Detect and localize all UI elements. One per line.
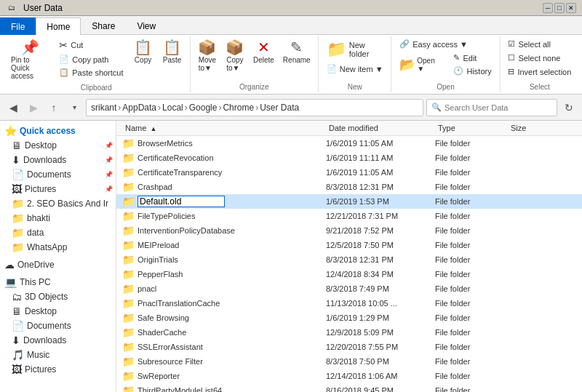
table-row[interactable]: 📁ShaderCache 12/9/2018 5:09 PM File fold… (116, 325, 582, 340)
table-row[interactable]: 📁Safe Browsing 1/6/2019 1:29 PM File fol… (116, 311, 582, 325)
move-to-button[interactable]: 📦 Moveto▼ (194, 38, 220, 74)
path-google[interactable]: Google (189, 103, 218, 113)
star-icon: ⭐ (4, 125, 17, 137)
refresh-button[interactable]: ↻ (560, 99, 578, 116)
close-button[interactable]: ✕ (566, 3, 576, 13)
table-row[interactable]: 📁OriginTrials 8/3/2018 12:31 PM File fol… (116, 252, 582, 267)
sidebar-bhakti[interactable]: 📁 bhakti (0, 211, 116, 225)
paste-button[interactable]: 📋 Paste (159, 38, 186, 66)
sidebar-seo[interactable]: 📁 2. SEO Basics And Ir (0, 196, 116, 211)
col-header-size[interactable]: Size (508, 122, 566, 134)
sidebar-downloads-1[interactable]: ⬇ Downloads 📌 (0, 153, 116, 167)
ribbon: 📌 Pin to Quickaccess ✂Cut 📄Copy path 📋Pa… (0, 35, 582, 95)
rename-button[interactable]: ✎ Rename (279, 38, 314, 66)
file-name: Crashpad (137, 183, 172, 191)
new-item-button[interactable]: 📄New item ▼ (323, 63, 387, 75)
col-header-type[interactable]: Type (435, 122, 508, 134)
select-none-button[interactable]: ☐Select none (504, 52, 564, 64)
this-pc-header[interactable]: 💻 This PC (0, 275, 116, 289)
sidebar-whatsapp[interactable]: 📁 WhatsApp (0, 240, 116, 255)
tab-home[interactable]: Home (36, 17, 81, 35)
rename-input[interactable] (137, 196, 225, 207)
table-row[interactable]: 📁MEIPreload 12/5/2018 7:50 PM File folde… (116, 238, 582, 252)
file-cell-type: File folder (435, 241, 508, 249)
sidebar-documents-2[interactable]: 📄 Documents (0, 319, 116, 333)
file-cell-name: 📁OriginTrials (122, 254, 326, 265)
sidebar-downloads-2[interactable]: ⬇ Downloads (0, 333, 116, 348)
sidebar-documents-1[interactable]: 📄 Documents 📌 (0, 167, 116, 182)
select-group: ☑Select all ☐Select none ⊟Invert selecti… (501, 36, 579, 92)
file-cell-date: 12/14/2018 1:06 AM (326, 372, 435, 380)
file-cell-type: File folder (435, 357, 508, 366)
file-cell-date: 8/16/2018 9:45 PM (326, 386, 435, 392)
sidebar-desktop-1[interactable]: 🖥 Desktop 📌 (0, 138, 116, 153)
sidebar-music[interactable]: 🎵 Music (0, 348, 116, 362)
search-input[interactable] (445, 103, 552, 112)
sidebar-pictures-2[interactable]: 🖼 Pictures (0, 362, 116, 377)
path-local[interactable]: Local (162, 103, 183, 113)
folder-icon: 📁 (122, 210, 135, 222)
path-appdata[interactable]: AppData (122, 103, 156, 113)
cut-button[interactable]: ✂Cut (55, 38, 127, 52)
table-row[interactable]: 📁BrowserMetrics 1/6/2019 11:05 AM File f… (116, 136, 582, 151)
table-row[interactable]: 📁pnacl 8/3/2018 7:49 PM File folder (116, 281, 582, 296)
file-cell-name: 📁pnacl (122, 283, 326, 295)
file-cell-type: File folder (435, 226, 508, 235)
sidebar-3dobjects[interactable]: 🗂 3D Objects (0, 289, 116, 304)
col-header-name[interactable]: Name ▲ (122, 122, 326, 134)
path-userdata[interactable]: User Data (260, 103, 299, 113)
col-header-date[interactable]: Date modified (326, 122, 435, 134)
path-chrome[interactable]: Chrome (223, 103, 254, 113)
tab-view[interactable]: View (126, 17, 167, 34)
forward-button[interactable]: ▶ (25, 99, 42, 116)
open-button[interactable]: 📂 Open ▼ (396, 55, 447, 75)
maximize-button[interactable]: □ (554, 3, 565, 13)
tab-file[interactable]: File (0, 17, 36, 35)
new-folder-button[interactable]: 📁 Newfolder (323, 38, 381, 61)
table-row[interactable]: 📁PnaclTranslationCache 11/13/2018 10:05 … (116, 296, 582, 311)
recent-button[interactable]: ▾ (65, 99, 83, 116)
folder-icon: 📁 (122, 370, 135, 382)
open-label: Open (436, 83, 454, 91)
file-cell-type: File folder (435, 270, 508, 279)
table-row[interactable]: 📁PepperFlash 12/4/2018 8:34 PM File fold… (116, 267, 582, 281)
edit-button[interactable]: ✎Edit (450, 52, 495, 64)
table-row[interactable]: 📁Crashpad 8/3/2018 12:31 PM File folder (116, 180, 582, 194)
up-button[interactable]: ↑ (45, 99, 63, 116)
onedrive-header[interactable]: ☁ OneDrive (0, 257, 116, 272)
easy-access-button[interactable]: 🔗Easy access ▼ (396, 38, 471, 50)
table-row[interactable]: 📁SwReporter 12/14/2018 1:06 AM File fold… (116, 369, 582, 383)
address-path[interactable]: srikant › AppData › Local › Google › Chr… (86, 99, 423, 116)
copy-to-button[interactable]: 📦 Copyto▼ (222, 38, 248, 74)
table-row[interactable]: 📁FileTypePolicies 12/21/2018 7:31 PM Fil… (116, 209, 582, 223)
invert-selection-button[interactable]: ⊟Invert selection (504, 65, 575, 78)
copy-path-button[interactable]: 📄Copy path (55, 53, 127, 65)
copy-button[interactable]: 📋 Copy (130, 38, 156, 66)
sidebar-pictures-1[interactable]: 🖼 Pictures 📌 (0, 182, 116, 196)
table-row[interactable]: 📁 1/6/2019 1:53 PM File folder (116, 194, 582, 209)
sidebar-desktop-2[interactable]: 🖥 Desktop (0, 304, 116, 319)
file-cell-name: 📁Crashpad (122, 181, 326, 193)
table-row[interactable]: 📁Subresource Filter 8/3/2018 7:50 PM Fil… (116, 354, 582, 369)
onedrive-label: OneDrive (17, 260, 55, 270)
history-button[interactable]: 🕐History (450, 65, 495, 77)
minimize-button[interactable]: ─ (543, 3, 553, 13)
table-row[interactable]: 📁CertificateTransparency 1/6/2019 11:05 … (116, 165, 582, 180)
table-row[interactable]: 📁SSLErrorAssistant 12/20/2018 7:55 PM Fi… (116, 340, 582, 354)
tab-share[interactable]: Share (81, 17, 126, 34)
quick-access-label: Quick access (20, 126, 76, 136)
pin-button[interactable]: 📌 Pin to Quickaccess (7, 38, 52, 82)
back-button[interactable]: ◀ (4, 99, 22, 116)
sidebar: ⭐ Quick access 🖥 Desktop 📌 ⬇ Downloads 📌… (0, 121, 116, 392)
sidebar-data[interactable]: 📁 data (0, 225, 116, 240)
quick-access-header[interactable]: ⭐ Quick access (0, 124, 116, 138)
paste-shortcut-button[interactable]: 📋Paste shortcut (55, 66, 127, 79)
path-srikant[interactable]: srikant (91, 103, 116, 113)
search-box[interactable]: 🔍 (426, 99, 557, 116)
title-bar: 🗂 User Data ─ □ ✕ (0, 0, 582, 16)
table-row[interactable]: 📁ThirdPartyModuleList64 8/16/2018 9:45 P… (116, 383, 582, 392)
select-all-button[interactable]: ☑Select all (504, 38, 554, 50)
table-row[interactable]: 📁InterventionPolicyDatabase 9/21/2018 7:… (116, 223, 582, 238)
table-row[interactable]: 📁CertificateRevocation 1/6/2019 11:11 AM… (116, 151, 582, 165)
delete-button[interactable]: ✕ Delete (250, 38, 278, 66)
